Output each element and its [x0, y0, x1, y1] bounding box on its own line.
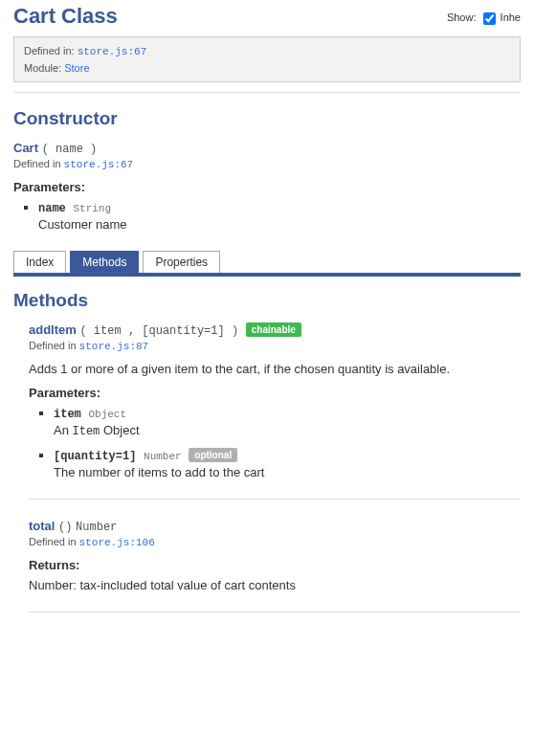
constructor-heading: Constructor — [13, 108, 521, 129]
method-separator — [29, 611, 521, 612]
optional-badge: optional — [189, 448, 237, 462]
method-param: [quantity=1] Number optional The number … — [54, 448, 521, 479]
param-type: Number — [144, 451, 182, 462]
show-controls: Show: Inhe — [447, 11, 521, 25]
constructor-args: ( name ) — [42, 143, 98, 156]
inherited-checkbox[interactable] — [483, 12, 496, 25]
constructor-params-label: Parameters: — [13, 180, 521, 194]
page-title: Cart Class — [13, 0, 118, 29]
method-name: total — [29, 519, 55, 533]
chainable-badge: chainable — [246, 322, 301, 337]
constructor-defined-in-link[interactable]: store.js:67 — [64, 159, 134, 170]
method-defined-in-link[interactable]: store.js:106 — [79, 537, 155, 548]
param-name: item — [54, 408, 81, 421]
method-params-label: Parameters: — [29, 386, 521, 400]
tabs: Index Methods Properties — [13, 251, 521, 277]
param-desc: An Item Object — [54, 423, 521, 438]
returns-label: Returns: — [29, 558, 521, 572]
param-desc: Customer name — [38, 217, 521, 232]
param-name: [quantity=1] — [54, 450, 136, 463]
method-additem: addItem ( item , [quantity=1] ) chainabl… — [29, 322, 521, 479]
method-args: () — [58, 521, 72, 534]
method-defined-in-label: Defined in — [29, 340, 77, 351]
method-separator — [29, 499, 521, 500]
defined-in-label: Defined in: — [24, 45, 75, 56]
tab-properties[interactable]: Properties — [143, 251, 220, 273]
method-args: ( item , [quantity=1] ) — [79, 324, 238, 338]
method-return-type: Number — [76, 521, 117, 534]
meta-box: Defined in: store.js:67 Module: Store — [13, 36, 521, 82]
header-separator — [13, 92, 521, 93]
method-param: item Object An Item Object — [54, 406, 521, 438]
constructor-name: Cart — [13, 141, 38, 155]
constructor-defined-in-label: Defined in — [13, 158, 61, 169]
param-name: name — [38, 202, 66, 215]
param-type: Object — [88, 409, 126, 420]
inherited-checkbox-label: Inhe — [501, 11, 521, 23]
method-name: addItem — [29, 322, 77, 337]
module-link[interactable]: Store — [64, 62, 89, 74]
tab-methods[interactable]: Methods — [70, 251, 139, 273]
method-defined-in-link[interactable]: store.js:87 — [79, 341, 149, 352]
defined-in-link[interactable]: store.js:67 — [78, 46, 147, 57]
returns-text: Number: tax-included total value of cart… — [29, 578, 521, 592]
methods-heading: Methods — [13, 290, 521, 311]
module-label: Module: — [24, 62, 61, 74]
constructor-param: name String Customer name — [38, 200, 521, 232]
param-type: String — [73, 203, 111, 214]
param-desc: The number of items to add to the cart — [54, 465, 521, 479]
method-desc: Adds 1 or more of a given item to the ca… — [29, 362, 521, 376]
method-total: total () Number Defined in store.js:106 … — [29, 519, 521, 592]
method-defined-in-label: Defined in — [29, 536, 77, 547]
show-label: Show: — [447, 11, 477, 23]
tab-index[interactable]: Index — [13, 251, 66, 273]
